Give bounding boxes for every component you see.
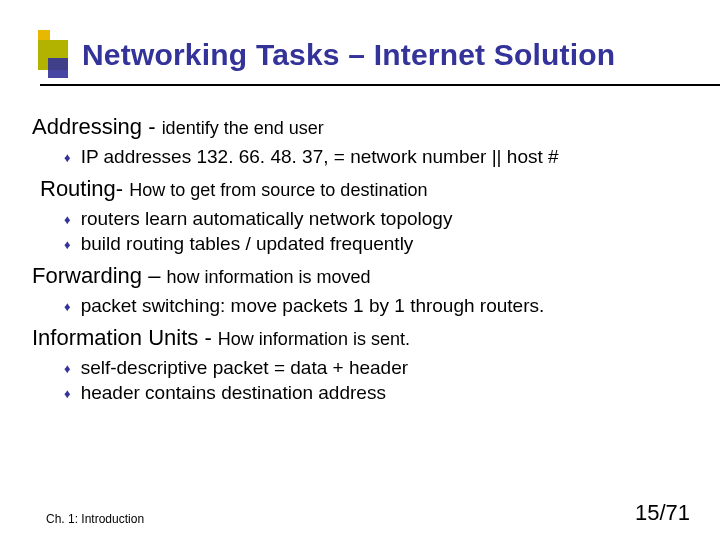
slide-title: Networking Tasks – Internet Solution xyxy=(82,38,720,72)
heading-sub: How to get from source to destination xyxy=(129,180,427,200)
bullet-item: ♦routers learn automatically network top… xyxy=(64,206,692,232)
heading-sub: How information is sent. xyxy=(218,329,410,349)
section-heading: Forwarding – how information is moved xyxy=(32,263,692,289)
heading-main: Forwarding – xyxy=(32,263,167,288)
bullet-list: ♦packet switching: move packets 1 by 1 t… xyxy=(64,293,692,319)
slide-content: Addressing - identify the end user♦IP ad… xyxy=(0,86,720,406)
heading-sub: identify the end user xyxy=(162,118,324,138)
chapter-label: Ch. 1: Introduction xyxy=(46,512,144,526)
section-heading: Routing- How to get from source to desti… xyxy=(40,176,692,202)
slide-footer: Ch. 1: Introduction 15/71 xyxy=(46,500,690,526)
bullet-text: header contains destination address xyxy=(81,380,386,406)
bullet-text: IP addresses 132. 66. 48. 37, = network … xyxy=(81,144,559,170)
bullet-item: ♦build routing tables / updated frequent… xyxy=(64,231,692,257)
bullet-item: ♦IP addresses 132. 66. 48. 37, = network… xyxy=(64,144,692,170)
bullet-text: self-descriptive packet = data + header xyxy=(81,355,408,381)
heading-main: Addressing - xyxy=(32,114,162,139)
bullet-text: routers learn automatically network topo… xyxy=(81,206,453,232)
bullet-diamond-icon: ♦ xyxy=(64,385,71,403)
heading-main: Routing- xyxy=(40,176,129,201)
bullet-text: packet switching: move packets 1 by 1 th… xyxy=(81,293,545,319)
bullet-item: ♦header contains destination address xyxy=(64,380,692,406)
page-number: 15/71 xyxy=(635,500,690,526)
heading-main: Information Units - xyxy=(32,325,218,350)
bullet-diamond-icon: ♦ xyxy=(64,360,71,378)
bullet-diamond-icon: ♦ xyxy=(64,236,71,254)
bullet-diamond-icon: ♦ xyxy=(64,298,71,316)
title-divider xyxy=(40,84,720,86)
section-heading: Information Units - How information is s… xyxy=(32,325,692,351)
bullet-diamond-icon: ♦ xyxy=(64,211,71,229)
logo-square-navy xyxy=(48,58,68,78)
bullet-list: ♦routers learn automatically network top… xyxy=(64,206,692,257)
bullet-item: ♦packet switching: move packets 1 by 1 t… xyxy=(64,293,692,319)
bullet-item: ♦self-descriptive packet = data + header xyxy=(64,355,692,381)
heading-sub: how information is moved xyxy=(167,267,371,287)
bullet-list: ♦self-descriptive packet = data + header… xyxy=(64,355,692,406)
bullet-text: build routing tables / updated frequentl… xyxy=(81,231,414,257)
section-heading: Addressing - identify the end user xyxy=(32,114,692,140)
bullet-list: ♦IP addresses 132. 66. 48. 37, = network… xyxy=(64,144,692,170)
bullet-diamond-icon: ♦ xyxy=(64,149,71,167)
